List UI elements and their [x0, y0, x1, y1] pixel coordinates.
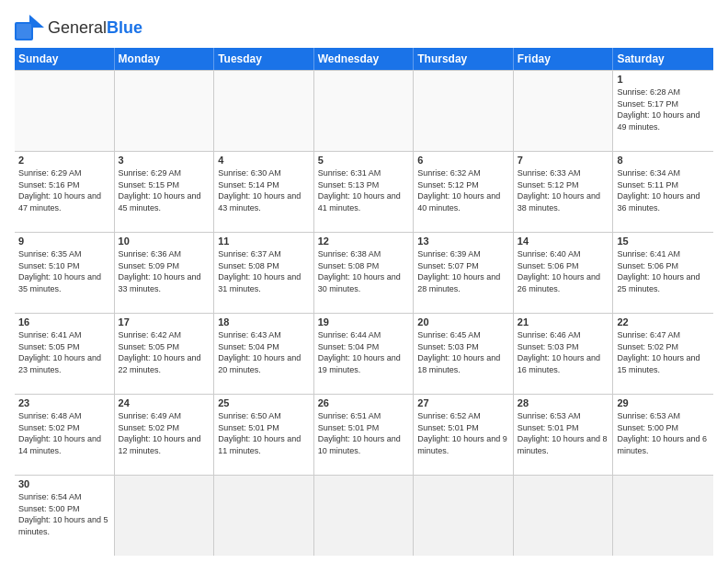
calendar-cell: 24Sunrise: 6:49 AM Sunset: 5:02 PM Dayli… [115, 395, 215, 475]
header-day: Wednesday [314, 48, 415, 70]
day-info: Sunrise: 6:42 AM Sunset: 5:05 PM Dayligh… [119, 329, 210, 375]
calendar-cell: 12Sunrise: 6:38 AM Sunset: 5:08 PM Dayli… [314, 233, 415, 313]
day-number: 30 [18, 478, 110, 489]
day-number: 4 [218, 155, 310, 166]
header-day: Tuesday [214, 48, 314, 70]
calendar-cell [314, 71, 415, 151]
header-day: Monday [115, 48, 215, 70]
calendar-cell [15, 71, 115, 151]
day-info: Sunrise: 6:40 AM Sunset: 5:06 PM Dayligh… [518, 248, 609, 294]
calendar-cell [115, 476, 215, 556]
day-number: 1 [617, 74, 710, 85]
calendar-cell [514, 71, 614, 151]
svg-marker-1 [29, 15, 44, 28]
day-info: Sunrise: 6:32 AM Sunset: 5:12 PM Dayligh… [417, 167, 509, 213]
header-day: Sunday [15, 48, 115, 70]
calendar-row: 1Sunrise: 6:28 AM Sunset: 5:17 PM Daylig… [15, 70, 713, 152]
calendar-cell: 4Sunrise: 6:30 AM Sunset: 5:14 PM Daylig… [214, 152, 314, 232]
day-info: Sunrise: 6:52 AM Sunset: 5:01 PM Dayligh… [417, 410, 509, 456]
calendar-cell: 6Sunrise: 6:32 AM Sunset: 5:12 PM Daylig… [414, 152, 514, 232]
calendar-body: 1Sunrise: 6:28 AM Sunset: 5:17 PM Daylig… [15, 70, 713, 556]
calendar-cell: 23Sunrise: 6:48 AM Sunset: 5:02 PM Dayli… [15, 395, 115, 475]
day-info: Sunrise: 6:36 AM Sunset: 5:09 PM Dayligh… [119, 248, 210, 294]
calendar-cell: 22Sunrise: 6:47 AM Sunset: 5:02 PM Dayli… [613, 314, 713, 394]
calendar-cell: 18Sunrise: 6:43 AM Sunset: 5:04 PM Dayli… [214, 314, 314, 394]
header: GeneralBlue [15, 15, 713, 40]
day-info: Sunrise: 6:28 AM Sunset: 5:17 PM Dayligh… [617, 86, 710, 132]
logo-icon [15, 15, 44, 40]
calendar-cell [414, 71, 514, 151]
calendar-cell [514, 476, 614, 556]
calendar-row: 23Sunrise: 6:48 AM Sunset: 5:02 PM Dayli… [15, 395, 713, 476]
calendar-cell: 14Sunrise: 6:40 AM Sunset: 5:06 PM Dayli… [514, 233, 614, 313]
calendar-cell: 13Sunrise: 6:39 AM Sunset: 5:07 PM Dayli… [414, 233, 514, 313]
day-info: Sunrise: 6:48 AM Sunset: 5:02 PM Dayligh… [18, 410, 110, 456]
day-info: Sunrise: 6:30 AM Sunset: 5:14 PM Dayligh… [218, 167, 310, 213]
calendar-row: 9Sunrise: 6:35 AM Sunset: 5:10 PM Daylig… [15, 233, 713, 314]
day-number: 9 [18, 236, 110, 247]
day-info: Sunrise: 6:45 AM Sunset: 5:03 PM Dayligh… [417, 329, 509, 375]
day-info: Sunrise: 6:29 AM Sunset: 5:16 PM Dayligh… [18, 167, 110, 213]
calendar-cell: 16Sunrise: 6:41 AM Sunset: 5:05 PM Dayli… [15, 314, 115, 394]
day-number: 18 [218, 316, 310, 327]
day-number: 27 [417, 397, 509, 408]
calendar-cell [214, 71, 314, 151]
day-info: Sunrise: 6:38 AM Sunset: 5:08 PM Dayligh… [318, 248, 410, 294]
day-info: Sunrise: 6:54 AM Sunset: 5:00 PM Dayligh… [18, 491, 110, 537]
calendar-cell: 28Sunrise: 6:53 AM Sunset: 5:01 PM Dayli… [514, 395, 614, 475]
calendar-cell: 7Sunrise: 6:33 AM Sunset: 5:12 PM Daylig… [514, 152, 614, 232]
calendar-cell: 8Sunrise: 6:34 AM Sunset: 5:11 PM Daylig… [613, 152, 713, 232]
calendar-cell [414, 476, 514, 556]
day-info: Sunrise: 6:35 AM Sunset: 5:10 PM Dayligh… [18, 248, 110, 294]
calendar-cell: 9Sunrise: 6:35 AM Sunset: 5:10 PM Daylig… [15, 233, 115, 313]
calendar: SundayMondayTuesdayWednesdayThursdayFrid… [15, 48, 713, 556]
calendar-cell: 21Sunrise: 6:46 AM Sunset: 5:03 PM Dayli… [514, 314, 614, 394]
day-number: 20 [417, 316, 509, 327]
day-number: 14 [518, 236, 609, 247]
logo: GeneralBlue [15, 15, 142, 40]
day-info: Sunrise: 6:29 AM Sunset: 5:15 PM Dayligh… [119, 167, 210, 213]
day-number: 12 [318, 236, 410, 247]
day-number: 10 [119, 236, 210, 247]
day-number: 6 [417, 155, 509, 166]
calendar-cell: 2Sunrise: 6:29 AM Sunset: 5:16 PM Daylig… [15, 152, 115, 232]
day-number: 16 [18, 316, 110, 327]
calendar-cell: 26Sunrise: 6:51 AM Sunset: 5:01 PM Dayli… [314, 395, 415, 475]
page: GeneralBlue SundayMondayTuesdayWednesday… [0, 0, 728, 563]
day-number: 11 [218, 236, 310, 247]
header-day: Friday [514, 48, 614, 70]
calendar-cell: 30Sunrise: 6:54 AM Sunset: 5:00 PM Dayli… [15, 476, 115, 556]
calendar-cell [214, 476, 314, 556]
calendar-cell: 17Sunrise: 6:42 AM Sunset: 5:05 PM Dayli… [115, 314, 215, 394]
day-info: Sunrise: 6:37 AM Sunset: 5:08 PM Dayligh… [218, 248, 310, 294]
day-info: Sunrise: 6:46 AM Sunset: 5:03 PM Dayligh… [518, 329, 609, 375]
calendar-row: 30Sunrise: 6:54 AM Sunset: 5:00 PM Dayli… [15, 476, 713, 556]
header-day: Thursday [414, 48, 514, 70]
day-number: 5 [318, 155, 410, 166]
day-info: Sunrise: 6:34 AM Sunset: 5:11 PM Dayligh… [617, 167, 710, 213]
day-number: 19 [318, 316, 410, 327]
day-info: Sunrise: 6:44 AM Sunset: 5:04 PM Dayligh… [318, 329, 410, 375]
calendar-cell: 3Sunrise: 6:29 AM Sunset: 5:15 PM Daylig… [115, 152, 215, 232]
calendar-cell [613, 476, 713, 556]
day-number: 7 [518, 155, 609, 166]
day-number: 25 [218, 397, 310, 408]
day-number: 29 [617, 397, 710, 408]
calendar-cell: 10Sunrise: 6:36 AM Sunset: 5:09 PM Dayli… [115, 233, 215, 313]
calendar-cell: 15Sunrise: 6:41 AM Sunset: 5:06 PM Dayli… [613, 233, 713, 313]
day-info: Sunrise: 6:41 AM Sunset: 5:05 PM Dayligh… [18, 329, 110, 375]
day-number: 15 [617, 236, 710, 247]
day-info: Sunrise: 6:53 AM Sunset: 5:01 PM Dayligh… [518, 410, 609, 456]
day-number: 13 [417, 236, 509, 247]
calendar-cell [314, 476, 415, 556]
calendar-cell: 19Sunrise: 6:44 AM Sunset: 5:04 PM Dayli… [314, 314, 415, 394]
day-number: 8 [617, 155, 710, 166]
day-info: Sunrise: 6:33 AM Sunset: 5:12 PM Dayligh… [518, 167, 609, 213]
day-number: 22 [617, 316, 710, 327]
day-number: 28 [518, 397, 609, 408]
calendar-cell: 1Sunrise: 6:28 AM Sunset: 5:17 PM Daylig… [613, 71, 713, 151]
day-number: 24 [119, 397, 210, 408]
day-info: Sunrise: 6:50 AM Sunset: 5:01 PM Dayligh… [218, 410, 310, 456]
svg-rect-2 [17, 24, 31, 39]
header-day: Saturday [613, 48, 713, 70]
